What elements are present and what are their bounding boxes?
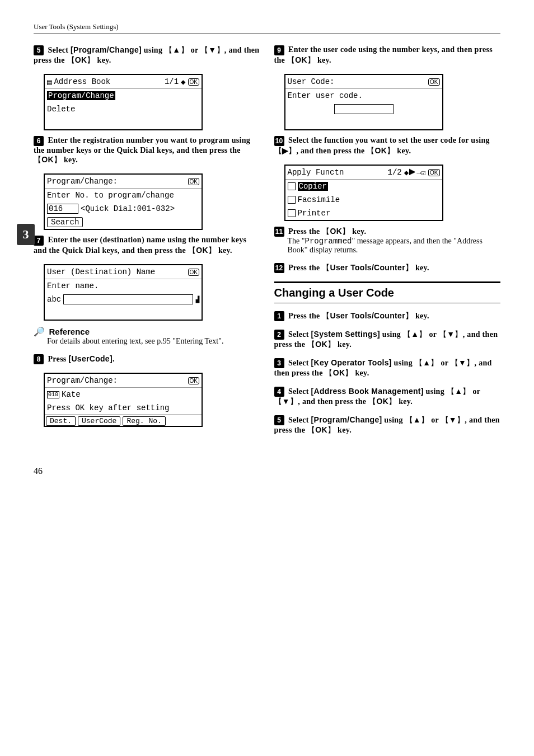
change-step-3: 3 Select [Key Operator Tools] using ▲ or… — [274, 358, 501, 378]
step-number-icon: 5 — [274, 415, 284, 425]
ok-icon: OK — [428, 169, 439, 176]
lcd-title: Address Book — [54, 77, 110, 86]
step-text: Press the User Tools/Counter key. — [288, 312, 429, 320]
tab-usercode: UserCode — [78, 416, 120, 426]
tab-dest: Dest. — [46, 416, 76, 426]
text-input — [63, 294, 193, 304]
step-text: Select [Program/Change] using ▲ or ▼, an… — [274, 416, 500, 434]
tab-regno: Reg. No. — [123, 416, 165, 426]
step-number-icon: 12 — [274, 263, 284, 273]
lcd-title: Program/Change: — [47, 177, 118, 186]
step-text: Enter the user (destination) name using … — [34, 236, 246, 255]
step-text: Press the User Tools/Counter key. — [288, 264, 429, 272]
nav-icons: ◆⯈→☑ — [404, 168, 426, 177]
step-7: 7 Enter the user (destination) name usin… — [34, 236, 260, 256]
input-mode: abc — [47, 295, 61, 304]
lcd-apply-function: Apply Functn 1/2 ◆⯈→☑ OK Copier Facsimil… — [284, 165, 443, 221]
ok-icon: OK — [188, 269, 199, 276]
step-text: Press the OK key. — [288, 227, 366, 236]
change-step-5: 5 Select [Program/Change] using ▲ or ▼, … — [274, 415, 501, 435]
lcd-user-name: User (Destination) Name OK Enter name. a… — [44, 264, 203, 321]
step-number-icon: 3 — [274, 358, 284, 368]
lcd-title: User Code: — [288, 77, 335, 86]
step-8: 8 Press [UserCode]. — [34, 354, 260, 364]
lcd-program-change: Program/Change: OK Enter No. to program/… — [44, 173, 203, 230]
tab-row: Dest. UserCode Reg. No. — [45, 415, 202, 426]
step-number-icon: 8 — [34, 354, 44, 364]
page-number: 46 — [34, 466, 500, 476]
search-button: Search — [47, 217, 83, 227]
entry-name: Kate — [62, 390, 81, 399]
reference-title: Reference — [49, 327, 90, 336]
ok-icon: OK — [428, 78, 439, 86]
lcd-prompt: Enter user code. — [288, 91, 363, 100]
step-9: 9 Enter the user code using the number k… — [274, 45, 501, 65]
lcd-title: User (Destination) Name — [47, 267, 155, 276]
step-11: 11 Press the OK key. The "Programmed" me… — [274, 227, 501, 255]
step-text: Enter the user code using the number key… — [274, 45, 493, 64]
step-number-icon: 1 — [274, 311, 284, 321]
code-input — [334, 104, 394, 114]
step-5: 5 Select [Program/Change] using ▲ or ▼, … — [34, 45, 260, 65]
checkbox-icon — [288, 209, 296, 217]
step-number-icon: 9 — [274, 45, 284, 55]
lcd-item: Delete — [47, 105, 75, 114]
left-column: 5 Select [Program/Change] using ▲ or ▼, … — [34, 45, 260, 444]
step-number-icon: 5 — [34, 45, 44, 55]
chapter-tab: 3 — [17, 224, 35, 245]
page-header: User Tools (System Settings) — [34, 22, 500, 34]
lcd-prompt: Enter No. to program/change — [47, 191, 174, 200]
list-icon — [47, 77, 51, 87]
lcd-title: Apply Functn — [288, 168, 344, 177]
lcd-user-code: User Code: OK Enter user code. — [284, 74, 443, 130]
range-label: <Quick Dial:001-032> — [81, 204, 175, 213]
step-text: Select [Address Book Management] using ▲… — [274, 387, 480, 406]
ok-icon: OK — [188, 178, 199, 185]
entry-num: 010 — [47, 391, 59, 398]
step-number-icon: 11 — [274, 227, 284, 237]
step-12: 12 Press the User Tools/Counter key. — [274, 263, 501, 273]
lcd-title: Program/Change: — [47, 376, 118, 385]
checkbox-icon — [288, 196, 296, 204]
lcd-item-selected: Program/Change — [47, 91, 115, 100]
number-input: 016 — [47, 204, 78, 214]
lcd-program-change-tabs: Program/Change: OK 010 Kate Press OK key… — [44, 373, 203, 427]
right-column: 9 Enter the user code using the number k… — [274, 45, 501, 444]
change-step-4: 4 Select [Address Book Management] using… — [274, 387, 501, 407]
step-text: Select [System Settings] using ▲ or ▼, a… — [274, 330, 498, 349]
step-6: 6 Enter the registration number you want… — [34, 136, 260, 165]
lcd-page: 1/2 — [388, 168, 402, 177]
ok-icon: OK — [188, 78, 199, 86]
checkbox-icon — [288, 182, 296, 190]
lcd-item: Printer — [298, 209, 331, 218]
lcd-prompt: Enter name. — [47, 281, 99, 290]
ok-icon: OK — [188, 377, 199, 384]
step-text: Select [Program/Change] using ▲ or ▼, an… — [34, 46, 259, 64]
step-number-icon: 6 — [34, 136, 44, 146]
step-number-icon: 10 — [274, 136, 284, 146]
step-body: The "Programmed" message appears, and th… — [288, 237, 501, 255]
reference-body: For details about entering text, see p.9… — [47, 337, 260, 346]
lcd-item-selected: Copier — [298, 182, 328, 191]
step-number-icon: 4 — [274, 387, 284, 397]
reference-icon: 🔎 — [34, 327, 45, 336]
cursor-icon: ▟ — [195, 296, 199, 303]
change-step-2: 2 Select [System Settings] using ▲ or ▼,… — [274, 330, 501, 350]
step-text: Select [Key Operator Tools] using ▲ or ▼… — [274, 359, 492, 377]
page-content: 5 Select [Program/Change] using ▲ or ▼, … — [34, 45, 500, 444]
lcd-page: 1/1 — [165, 77, 179, 86]
lcd-address-book: Address Book 1/1 ◆ OK Program/Change Del… — [44, 74, 203, 130]
step-10: 10 Select the function you want to set t… — [274, 136, 501, 156]
reference-section: 🔎 Reference For details about entering t… — [34, 326, 260, 346]
lcd-prompt: Press OK key after setting — [47, 403, 169, 412]
step-text: Press [UserCode]. — [48, 355, 115, 363]
step-number-icon: 2 — [274, 330, 284, 340]
section-heading: Changing a User Code — [274, 281, 501, 303]
lcd-item: Facsimile — [298, 195, 340, 204]
step-number-icon: 7 — [34, 236, 44, 246]
step-text: Enter the registration number you want t… — [34, 136, 250, 164]
change-step-1: 1 Press the User Tools/Counter key. — [274, 311, 501, 321]
step-text: Select the function you want to set the … — [274, 136, 490, 155]
updown-icon: ◆ — [181, 77, 185, 87]
